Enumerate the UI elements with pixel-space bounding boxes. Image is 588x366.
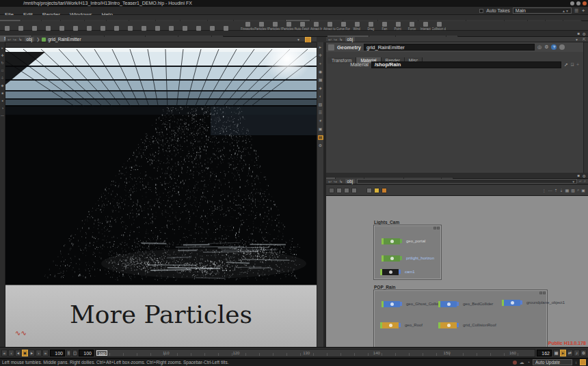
back-arrow-icon[interactable]: ↩ <box>328 179 332 184</box>
network-search-icon[interactable]: ⌕ <box>584 179 586 184</box>
network-tool-icon-7[interactable]: ▣ <box>581 188 585 193</box>
play-reverse-button[interactable]: ◂ <box>15 350 21 356</box>
pane-menu-icon[interactable]: ⚙ <box>583 31 586 36</box>
box-menu-icon[interactable] <box>437 227 440 229</box>
recent-node-icon[interactable] <box>366 188 372 193</box>
input-selector-icon[interactable]: ◎ <box>537 44 542 50</box>
play-button[interactable]: ▸ <box>29 350 35 356</box>
network-list-icon[interactable] <box>329 188 334 193</box>
node-geo_portal[interactable] <box>382 238 402 244</box>
interrupt-icon[interactable] <box>580 359 586 365</box>
clear-icon[interactable]: + <box>576 62 579 67</box>
timeline-slider[interactable]: 100 110120130140150160 <box>95 349 535 357</box>
tool-drag[interactable]: Drag <box>364 21 377 31</box>
node-geo_BedCollider[interactable] <box>438 301 459 307</box>
range-lock-icon[interactable]: ▢ <box>72 350 77 356</box>
param-scrollbar[interactable] <box>583 42 588 173</box>
node-name-field[interactable]: grid_RainEmitter <box>364 44 535 51</box>
network-box-controls[interactable] <box>539 292 546 294</box>
playbar-options-button[interactable]: ⚙ <box>580 350 587 356</box>
dynamics-icon[interactable]: ● <box>1 99 3 102</box>
scale-icon[interactable]: □ <box>1 69 3 72</box>
network-canvas[interactable]: Non-Public H13.0.178 Lights_Camgeo_porta… <box>326 196 588 347</box>
jump-start-button[interactable]: « <box>1 350 8 356</box>
node-render-flag[interactable] <box>400 302 402 306</box>
path-dropdown-icon[interactable]: ▼ <box>575 38 578 42</box>
move-icon[interactable]: ✚ <box>1 54 3 57</box>
camera-icon[interactable]: ◈ <box>318 86 323 91</box>
node-render-flag[interactable] <box>399 323 401 327</box>
box-minimize-icon[interactable] <box>433 227 436 229</box>
prev-key-button[interactable]: ‹ <box>8 350 14 356</box>
realtime-toggle[interactable]: ▸ <box>560 350 566 356</box>
misc-icon[interactable]: — <box>1 114 4 117</box>
tool-collision-d[interactable]: Collision d <box>432 21 446 31</box>
jump-end-button[interactable]: » <box>42 350 49 356</box>
display-options-icon[interactable]: ☰ <box>318 111 323 115</box>
root-icon[interactable]: ↳ <box>339 37 343 42</box>
tool-particles-f[interactable]: Particles f <box>268 21 282 31</box>
material-path-field[interactable]: /shop/Rain <box>371 61 561 68</box>
flipbook-icon[interactable]: ▣ <box>318 127 323 132</box>
back-arrow-icon[interactable]: ↩ <box>8 37 11 42</box>
node-render-flag[interactable] <box>457 302 459 306</box>
notify-icon[interactable]: ✦ <box>581 8 585 14</box>
tool-fireworks[interactable]: Fireworks <box>241 21 254 31</box>
tool-fan[interactable]: Fan <box>377 21 391 31</box>
path-root[interactable]: obj <box>345 179 356 184</box>
tool-point[interactable]: Point <box>391 21 405 31</box>
tool-attract-fr[interactable]: Attract fr <box>309 21 323 31</box>
take-selector[interactable]: Main ▲▼ <box>513 8 572 14</box>
node-grid_CollisionRoof[interactable] <box>438 322 459 328</box>
spacer[interactable] <box>359 188 364 193</box>
network-tool-icon-1[interactable]: ⋯ <box>548 188 552 193</box>
tool-force[interactable]: Force <box>405 21 418 31</box>
open-chooser-icon[interactable]: ➚ <box>564 62 568 68</box>
render-view-icon[interactable]: ▤ <box>318 135 323 140</box>
network-tool-icon-2[interactable]: ⇡ <box>554 188 558 193</box>
root-icon[interactable]: ↳ <box>18 37 22 42</box>
close-button[interactable] <box>583 1 587 5</box>
network-box-lights_cam[interactable]: geo_portalprtlight_horizoncam1 <box>374 225 441 279</box>
subnet-icon[interactable] <box>344 188 349 193</box>
tool-particles-f[interactable]: Particles f <box>282 21 295 31</box>
help-icon[interactable]: ? <box>551 44 557 50</box>
node-render-flag[interactable] <box>399 270 401 274</box>
geometry-icon[interactable]: ■ <box>1 92 3 95</box>
takes-menu-icon[interactable]: ☰ <box>574 8 578 14</box>
node-render-flag[interactable] <box>400 239 402 243</box>
node-groundplane_object1[interactable] <box>502 300 522 306</box>
jump-to-node-icon[interactable]: ⍈ <box>571 62 574 68</box>
pane-maximize-icon[interactable]: ■ <box>577 173 580 178</box>
node-render-flag[interactable] <box>400 256 402 260</box>
tool-attract-to[interactable]: Attract to <box>323 21 336 31</box>
pin-params-icon[interactable] <box>559 44 565 50</box>
range-start-field[interactable]: 100 <box>79 350 94 356</box>
network-tool-icon-5[interactable]: ▧ <box>571 188 575 193</box>
network-tool-icon-0[interactable]: ⋮ <box>542 188 546 193</box>
box-minimize-icon[interactable] <box>539 292 542 294</box>
back-arrow-icon[interactable]: ↩ <box>328 37 332 42</box>
path-root[interactable]: obj <box>345 37 356 42</box>
network-path-combo[interactable]: ▼ <box>357 179 577 184</box>
next-key-button[interactable]: › <box>36 350 42 356</box>
minimize-button[interactable] <box>570 1 574 5</box>
pane-maximize-icon[interactable]: ■ <box>577 31 580 36</box>
box-menu-icon[interactable] <box>543 292 546 294</box>
network-tool-icon-3[interactable]: ⇣ <box>560 188 563 193</box>
node-cam1[interactable] <box>380 269 401 275</box>
path-dropdown-icon[interactable]: ▼ <box>297 38 300 42</box>
tool-wind[interactable]: Wind <box>350 21 364 31</box>
playhead-marker[interactable]: 100 <box>96 350 107 356</box>
shading-icon[interactable]: ◑ <box>1 107 3 110</box>
shade-mode-icon[interactable]: ◐ <box>318 94 323 99</box>
node-render-flag[interactable] <box>457 323 459 327</box>
audio-button[interactable]: ♪ <box>574 350 580 356</box>
node-geo_Ghost_Collider[interactable] <box>382 301 402 307</box>
select-icon[interactable]: ▸ <box>1 46 3 50</box>
flag-yellow-icon[interactable] <box>374 188 379 193</box>
handles-tool-icon[interactable]: ⌖ <box>318 61 323 66</box>
snap-icon[interactable]: ◉ <box>318 70 323 74</box>
network-box-controls[interactable] <box>433 227 440 229</box>
lights-icon[interactable]: ☀ <box>318 119 323 124</box>
